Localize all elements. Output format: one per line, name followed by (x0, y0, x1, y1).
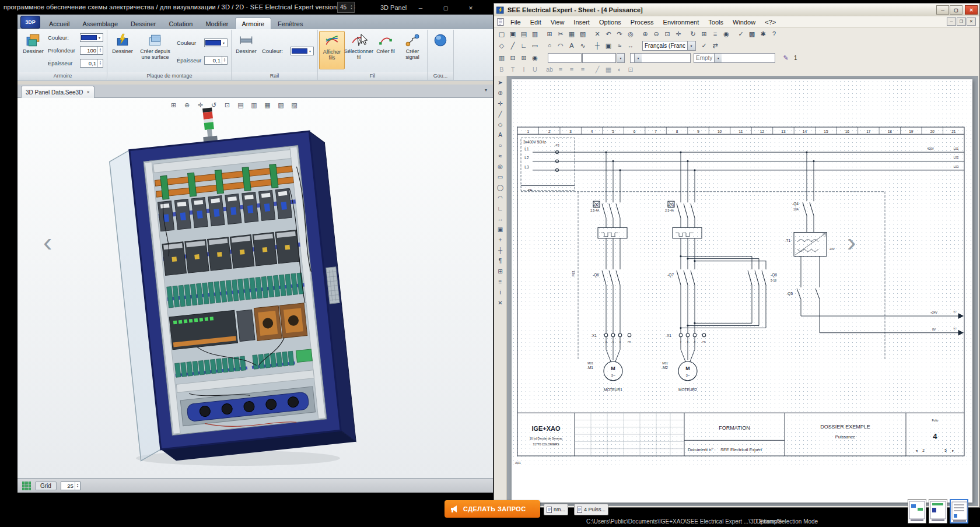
tab-fenetres[interactable]: Fenêtres (271, 18, 309, 29)
align-right-icon[interactable]: ≡ (578, 65, 588, 75)
3d-viewport[interactable]: ⊞⊕✛↺⊡▤▥▦▧▨ (18, 98, 493, 478)
prev-arrow[interactable]: ‹ (43, 229, 52, 255)
page-thumbnail[interactable] (908, 499, 926, 524)
align-center-icon[interactable]: ≡ (566, 65, 577, 75)
menu-help[interactable]: <?> (760, 17, 780, 27)
visibility-icon[interactable]: ◐ (614, 65, 625, 75)
zoom-tool-icon[interactable]: ⊕ (495, 88, 506, 97)
block-icon[interactable]: ▣ (603, 41, 614, 51)
spinner-arrows-icon[interactable]: ▲▼ (97, 47, 103, 54)
snap-icon[interactable]: ◉ (530, 53, 540, 63)
erase-tool-icon[interactable]: ✕ (495, 298, 506, 307)
pin-tool-icon[interactable]: + (495, 235, 506, 244)
strike-icon[interactable]: ab (544, 65, 555, 75)
save-icon[interactable]: ▤ (519, 29, 529, 39)
bold-icon[interactable]: B (496, 65, 507, 75)
plaque-epaisseur-spinner[interactable]: 0,1▲▼ (204, 56, 228, 65)
cable-icon[interactable]: ≈ (614, 41, 625, 51)
spinner-arrows-icon[interactable]: ▲▼ (222, 57, 227, 64)
measure-icon[interactable]: ↔ (625, 41, 636, 51)
arc-tool-icon[interactable]: ◠ (495, 193, 506, 202)
menu-view[interactable]: View (546, 17, 569, 27)
creer-signal-button[interactable]: Créer signal (400, 31, 425, 69)
menu-file[interactable]: File (506, 17, 526, 27)
cut-icon[interactable]: ✂ (555, 29, 566, 39)
menu-options[interactable]: Options (594, 17, 626, 27)
text-icon[interactable]: A (566, 41, 577, 51)
preview-icon[interactable]: ⊟ (508, 53, 518, 63)
menu-insert[interactable]: Insert (569, 17, 594, 27)
tab-armoire[interactable]: Armoire (235, 17, 272, 29)
page-thumbnail-active[interactable] (950, 499, 968, 524)
help-icon[interactable]: ? (769, 29, 779, 39)
next-arrow[interactable]: › (847, 229, 856, 255)
zoom-fit-icon[interactable]: ⊡ (662, 29, 673, 39)
italic-icon[interactable]: I (519, 65, 529, 75)
symbol-tool-icon[interactable]: ◇ (495, 120, 506, 129)
translate-icon[interactable]: ⇄ (710, 41, 720, 51)
tab-modifier[interactable]: Modifier (199, 18, 235, 29)
gouttiere-button[interactable] (428, 31, 453, 69)
layer-tool-icon[interactable]: ≡ (495, 277, 506, 286)
armoire-dessiner-button[interactable]: Dessiner (20, 31, 46, 69)
language-combo[interactable]: Français (Franc▾ (642, 41, 696, 51)
pan-icon[interactable]: ✛ (673, 29, 684, 39)
circle-icon[interactable]: ○ (544, 41, 555, 51)
tab-assemblage[interactable]: Assemblage (76, 18, 124, 29)
polyline-icon[interactable]: ∟ (519, 41, 529, 51)
refresh-icon[interactable]: ↻ (688, 29, 698, 39)
profondeur-spinner[interactable]: 100▲▼ (80, 46, 103, 55)
paste-icon[interactable]: ▧ (578, 29, 588, 39)
document-tab[interactable]: 3D Panel Data.See3D × (21, 86, 94, 98)
tab-cotation[interactable]: Cotation (162, 18, 199, 29)
slash-icon[interactable]: ╱ (592, 65, 603, 75)
rect-tool-icon[interactable]: ▭ (495, 172, 506, 181)
counter-spinner[interactable]: 45 ▲▼ (337, 2, 355, 13)
image-icon[interactable]: ▦ (603, 65, 614, 75)
minimize-button[interactable]: ─ (936, 5, 949, 15)
text-tool-icon[interactable]: A (495, 130, 506, 139)
dimension-tool-icon[interactable]: ↔ (495, 214, 506, 223)
plaque-dessiner-button[interactable]: Dessiner (110, 31, 135, 69)
page-thumbnail[interactable] (929, 499, 947, 524)
chevron-down-icon[interactable]: ▾ (485, 87, 487, 93)
reference-dropdown[interactable]: ▾ (617, 53, 625, 63)
font-icon[interactable]: T (508, 65, 518, 75)
find-icon[interactable]: ◎ (625, 29, 636, 39)
new-icon[interactable]: ▢ (496, 29, 507, 39)
grid-icon[interactable]: ⊞ (699, 29, 709, 39)
circle-tool-icon[interactable]: ◯ (495, 182, 506, 192)
open-icon[interactable]: ▣ (508, 29, 518, 39)
zoom-in-icon[interactable]: ⊕ (640, 29, 650, 39)
arc-icon[interactable]: ◠ (555, 41, 566, 51)
align-left-icon[interactable]: ≡ (555, 65, 566, 75)
attributes-icon[interactable]: ⊡ (625, 65, 636, 75)
symbol-family-combo[interactable]: ▾ (630, 53, 691, 63)
plaque-color-picker[interactable]: ▾ (204, 38, 228, 47)
mdi-minimize-button[interactable]: ─ (947, 17, 956, 26)
print-icon[interactable]: ▥ (530, 29, 540, 39)
copy-icon[interactable]: ▦ (566, 29, 577, 39)
minimize-button[interactable]: ─ (415, 3, 426, 12)
mdi-restore-button[interactable]: ❐ (957, 17, 966, 26)
grid-tool-icon[interactable]: ⊞ (495, 266, 506, 276)
maximize-button[interactable]: ▢ (440, 3, 451, 12)
delete-icon[interactable]: ✕ (592, 29, 603, 39)
connector-tool-icon[interactable]: ◎ (495, 161, 506, 171)
spellcheck-icon[interactable]: ✓ (699, 41, 709, 51)
symbol-icon[interactable]: ◇ (496, 41, 507, 51)
schematic-sheet[interactable]: 123456789101112131415161718192021 (512, 79, 972, 503)
taskbar-item-4puissance[interactable]: 4 Puiss... (574, 504, 608, 515)
mdi-close-button[interactable]: ✕ (967, 17, 976, 26)
drawing-canvas[interactable]: 123456789101112131415161718192021 (507, 76, 978, 506)
line-icon[interactable]: ╱ (508, 41, 518, 51)
afficher-fils-button[interactable]: Afficher fils (319, 31, 345, 69)
reference-input-2[interactable] (582, 53, 616, 63)
close-button[interactable]: ✕ (466, 3, 476, 12)
grid-size-spinner[interactable]: 25▲▼ (61, 482, 80, 490)
menu-process[interactable]: Process (626, 17, 659, 27)
print-icon[interactable]: ▥ (496, 53, 507, 63)
layers-icon[interactable]: ≡ (710, 29, 720, 39)
close-button[interactable]: ✕ (965, 5, 978, 15)
undo-icon[interactable]: ↶ (603, 29, 614, 39)
